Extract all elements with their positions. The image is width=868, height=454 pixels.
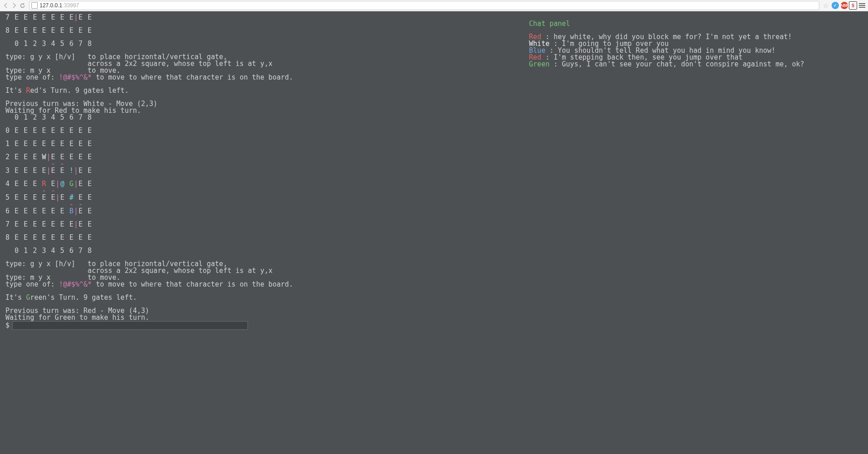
board-row: 8 E E E E E E E E E	[5, 234, 521, 241]
chat-title: Chat panel	[529, 20, 863, 27]
url-host: 127.0.0.1	[40, 2, 62, 9]
board-row: 1 E E E E E E E E E	[5, 141, 521, 147]
url-port: :33997	[62, 2, 79, 9]
chat-line: Green : Guys, I can't see your chat, don…	[529, 61, 863, 68]
game-terminal: 7 E E E E E E E|E E 8 E E E E E E E E E …	[0, 11, 521, 454]
instruction-line: type one of: !@#$%^&* to move to where t…	[5, 281, 521, 288]
board-row: 6 E E E E E E B|E E	[5, 208, 521, 215]
menu-icon[interactable]	[859, 3, 865, 8]
turn-indicator: It's Red's Turn. 9 gates left.	[5, 87, 521, 94]
board-col-footer: 0 1 2 3 4 5 6 7 8	[5, 40, 521, 47]
page-icon	[31, 2, 38, 9]
command-input[interactable]	[12, 321, 248, 330]
board-row: 7 E E E E E E E|E E	[5, 221, 521, 228]
board-col-header: 0 1 2 3 4 5 6 7 8	[5, 114, 521, 121]
waiting-line: Waiting for Green to make his turn.	[5, 314, 521, 321]
instruction-line: type one of: !@#$%^&* to move to where t…	[5, 74, 521, 81]
extension-s-icon[interactable]: S	[849, 1, 857, 10]
chat-text: : Guys, I can't see your chat, don't con…	[550, 60, 804, 68]
board-col-footer: 0 1 2 3 4 5 6 7 8	[5, 247, 521, 254]
reload-icon[interactable]	[19, 2, 25, 9]
prompt-symbol: $	[5, 322, 10, 329]
forward-icon[interactable]	[11, 2, 17, 9]
turn-indicator: It's Green's Turn. 9 gates left.	[5, 294, 521, 301]
extension-v-icon[interactable]: ✓	[832, 2, 839, 9]
board-row: 2 E E E W|E E E E E	[5, 154, 521, 161]
board-row: 0 E E E E E E E E E	[5, 127, 521, 134]
chat-panel: Chat panel Red : hey white, why did you …	[521, 11, 868, 454]
board-row: 3 E E E E|E E !|E E	[5, 167, 521, 174]
back-icon[interactable]	[3, 2, 9, 9]
board-row: 7 E E E E E E E|E E	[5, 14, 521, 21]
url-bar[interactable]: 127.0.0.1:33997	[29, 1, 819, 10]
command-prompt: $	[5, 321, 521, 330]
extension-abp-icon[interactable]: ABP	[841, 2, 848, 9]
browser-chrome: 127.0.0.1:33997 ☆ ✓ ABP S	[0, 0, 868, 11]
bookmark-star-icon[interactable]: ☆	[823, 2, 829, 9]
chat-sender: Green	[529, 60, 550, 68]
board-row: 8 E E E E E E E E E	[5, 27, 521, 34]
board-row: 4 E E E R E|@ G|E E	[5, 181, 521, 187]
